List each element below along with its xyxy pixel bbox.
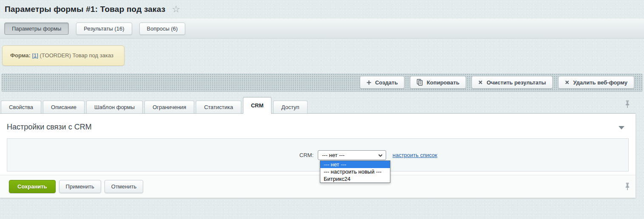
- collapse-section-icon[interactable]: [619, 126, 624, 129]
- clear-results-label: Очистить результаты: [486, 79, 546, 86]
- crm-select[interactable]: --- нет ---: [318, 150, 386, 160]
- tab-form-template[interactable]: Шаблон формы: [86, 101, 143, 113]
- view-tab-results[interactable]: Результаты (16): [76, 22, 132, 35]
- create-button[interactable]: Создать: [360, 76, 404, 89]
- apply-button[interactable]: Применить: [59, 180, 101, 193]
- favorite-star-icon[interactable]: ☆: [172, 5, 180, 14]
- tab-statistics[interactable]: Статистика: [196, 101, 241, 113]
- tab-crm[interactable]: CRM: [243, 97, 272, 114]
- delete-form-label: Удалить веб-форму: [573, 79, 627, 86]
- copy-button-label: Копировать: [427, 79, 459, 86]
- page-header: Параметры формы #1: Товар под заказ ☆: [0, 0, 644, 19]
- crm-settings-panel: Настройки связи с CRM CRM: --- нет --- н…: [0, 113, 636, 198]
- x-icon: [565, 80, 569, 84]
- form-info-label: Форма:: [10, 52, 31, 59]
- copy-button[interactable]: Копировать: [410, 76, 466, 89]
- view-tab-questions[interactable]: Вопросы (6): [139, 22, 186, 35]
- pin-icon[interactable]: [624, 100, 630, 110]
- form-info-box: Форма: [1] (TOORDER) Товар под заказ: [2, 45, 124, 66]
- crm-field-row: CRM: --- нет --- настроить список: [7, 150, 628, 160]
- save-button[interactable]: Сохранить: [9, 180, 56, 193]
- crm-select-value: --- нет ---: [322, 152, 345, 158]
- crm-select-dropdown: --- нет --- --- настроить новый --- Битр…: [320, 160, 390, 183]
- dropdown-option-configure-new[interactable]: --- настроить новый ---: [320, 168, 390, 175]
- create-button-label: Создать: [375, 79, 398, 86]
- form-footer: Сохранить Применить Отменить: [0, 175, 636, 198]
- settings-tabs: Свойства Описание Шаблон формы Ограничен…: [0, 97, 636, 113]
- page: { "title": "Параметры формы #1: Товар по…: [0, 0, 644, 219]
- clear-results-button[interactable]: Очистить результаты: [472, 76, 553, 89]
- section-header: Настройки связи с CRM: [0, 114, 636, 138]
- dropdown-option-bitrix24[interactable]: Битрикс24: [320, 175, 390, 182]
- crm-field-area: CRM: --- нет --- настроить список: [7, 138, 629, 171]
- delete-form-button[interactable]: Удалить веб-форму: [558, 76, 634, 89]
- action-toolbar: Создать Копировать Очистить результаты У…: [1, 73, 643, 92]
- page-title: Параметры формы #1: Товар под заказ: [5, 5, 165, 14]
- pin-icon[interactable]: [624, 182, 630, 192]
- tab-properties[interactable]: Свойства: [1, 101, 41, 113]
- plus-icon: [367, 80, 371, 85]
- form-info-text: (TOORDER) Товар под заказ: [38, 52, 113, 59]
- tab-access[interactable]: Доступ: [273, 101, 307, 113]
- crm-field-label: CRM:: [7, 152, 318, 158]
- x-icon: [478, 80, 483, 84]
- copy-icon: [417, 79, 423, 86]
- chevron-down-icon: [378, 152, 383, 158]
- dropdown-option-none[interactable]: --- нет ---: [320, 161, 390, 168]
- view-tabs-bar: Параметры формы Результаты (16) Вопросы …: [0, 19, 644, 39]
- tab-description[interactable]: Описание: [43, 101, 85, 113]
- view-tab-form-params[interactable]: Параметры формы: [4, 22, 69, 35]
- section-title: Настройки связи с CRM: [7, 123, 92, 131]
- tab-restrictions[interactable]: Ограничения: [144, 101, 194, 113]
- cancel-button[interactable]: Отменить: [105, 180, 143, 193]
- configure-list-link[interactable]: настроить список: [393, 152, 437, 158]
